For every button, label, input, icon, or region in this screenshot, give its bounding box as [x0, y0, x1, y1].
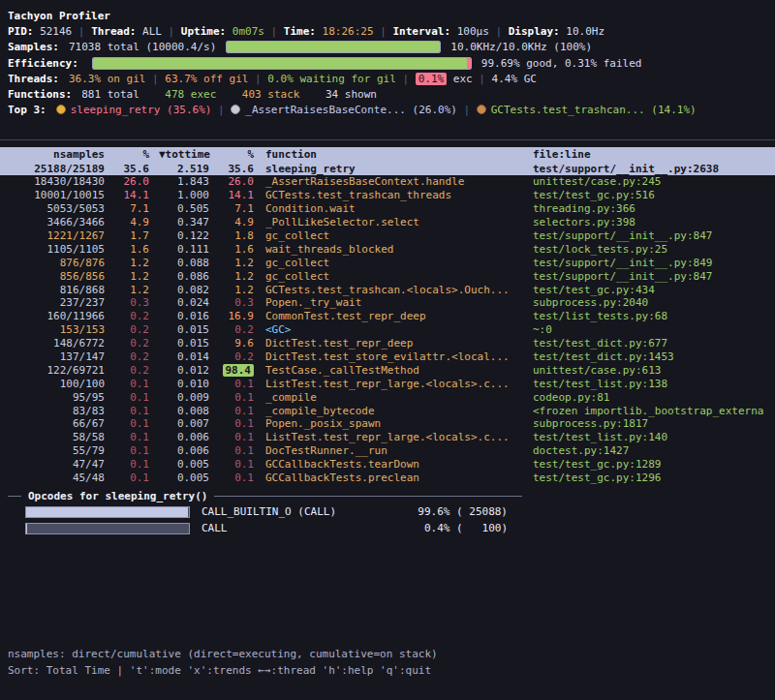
separator: | — [264, 25, 284, 38]
table-row[interactable]: 856/8561.20.0861.2gc_collecttest/support… — [0, 269, 775, 283]
table-row[interactable]: 148/67720.20.0159.6DictTest.test_repr_de… — [0, 337, 775, 350]
table-row[interactable]: 160/119660.20.01616.9CommonTest.test_rep… — [0, 310, 775, 323]
nsamples-cell: 95/95 — [6, 391, 114, 404]
pct-cumulative-cell: 0.1 — [219, 444, 264, 457]
tottime-cell: 0.111 — [159, 243, 219, 256]
spacer — [0, 118, 775, 139]
pct-cumulative-cell: 0.2 — [219, 323, 264, 336]
table-row[interactable]: 153/1530.20.0150.2<GC>~:0 — [0, 323, 775, 337]
footer: nsamples: direct/cumulative (direct=exec… — [0, 646, 775, 700]
nsamples-cell: 122/69721 — [6, 364, 114, 377]
top3-entry: GCTests.test_trashcan... (14.1%) — [477, 104, 697, 116]
table-row[interactable]: 3466/34664.90.3474.9_PollLikeSelector.se… — [0, 216, 775, 229]
pct-direct-cell: 1.2 — [114, 257, 159, 269]
tachyon-profiler-screen: Tachyon Profiler PID: 52146 | Thread: AL… — [0, 0, 775, 700]
header-pct-direct[interactable]: % — [114, 148, 159, 161]
tottime-cell: 0.086 — [159, 270, 219, 283]
pct-direct-cell: 0.1 — [114, 405, 159, 417]
function-cell: TestCase._callTestMethod — [264, 364, 533, 377]
tottime-cell: 0.009 — [159, 391, 219, 404]
nsamples-cell: 10001/10015 — [6, 189, 114, 201]
nsamples-cell: 160/11966 — [6, 310, 114, 322]
pct-direct-cell: 0.2 — [114, 364, 159, 377]
table-row[interactable]: 816/8681.20.0821.2GCTests.test_trashcan.… — [0, 283, 775, 296]
function-cell: wait_threads_blocked — [264, 243, 533, 256]
function-cell: sleeping_retry — [264, 163, 533, 175]
pct-cumulative-cell: 16.9 — [219, 310, 264, 322]
footer-legend: nsamples: direct/cumulative (direct=exec… — [8, 646, 775, 662]
function-cell: GCCallbackTests.preclean — [264, 472, 533, 484]
file-line-cell: test/support/__init__.py:847 — [533, 270, 775, 283]
function-cell: _compile — [264, 391, 533, 404]
file-line-cell: test/lock_tests.py:25 — [533, 243, 775, 256]
file-line-cell: unittest/case.py:245 — [533, 175, 775, 188]
pct-cumulative-cell: 9.6 — [219, 337, 264, 350]
pct-direct-cell: 0.2 — [114, 323, 159, 336]
function-cell: Popen._try_wait — [264, 296, 533, 309]
table-row[interactable]: 122/697210.20.01298.4TestCase._callTestM… — [0, 363, 775, 377]
function-cell: DictTest.test_store_evilattr.<local... — [264, 350, 533, 363]
table-row[interactable]: 18430/1843026.01.84326.0_AssertRaisesBas… — [0, 175, 775, 189]
function-cell: GCTests.test_trashcan_threads — [264, 189, 533, 201]
file-line-cell: threading.py:366 — [533, 202, 775, 215]
tottime-cell: 0.006 — [159, 444, 219, 457]
title-line: Tachyon Profiler — [0, 8, 775, 23]
table-row[interactable]: 58/580.10.0060.1ListTest.test_repr_large… — [0, 431, 775, 444]
nsamples-cell: 237/237 — [6, 296, 114, 309]
function-cell: gc_collect — [264, 270, 533, 283]
table-row[interactable]: 876/8761.20.0881.2gc_collecttest/support… — [0, 256, 775, 269]
header-file-line[interactable]: file:line — [533, 148, 775, 161]
pct-cumulative-cell: 26.0 — [219, 175, 264, 188]
table-row[interactable]: 137/1470.20.0140.2DictTest.test_store_ev… — [0, 350, 775, 364]
efficiency-progress-bar — [92, 57, 472, 70]
table-row[interactable]: 66/670.10.0070.1Popen._posix_spawnsubpro… — [0, 417, 775, 431]
opcode-row: CALL0.4% ( 100) — [0, 520, 775, 536]
status-line: PID: 52146 | Thread: ALL | Uptime: 0m07s… — [0, 23, 775, 39]
table-row[interactable]: 83/830.10.0080.1_compile_bytecode<frozen… — [0, 404, 775, 417]
function-cell: Condition.wait — [264, 202, 533, 215]
file-line-cell: codeop.py:81 — [533, 391, 775, 404]
nsamples-cell: 58/58 — [6, 431, 114, 443]
efficiency-summary: 99.69% good, 0.31% failed — [481, 57, 642, 70]
status-uptime: Uptime: 0m07s — [181, 25, 264, 38]
tottime-cell: 0.088 — [159, 257, 219, 269]
nsamples-cell: 66/67 — [6, 417, 114, 430]
separator: | — [473, 73, 492, 85]
nsamples-cell: 55/79 — [6, 444, 114, 457]
table-row[interactable]: 237/2370.30.0240.3Popen._try_waitsubproc… — [0, 296, 775, 310]
table-row[interactable]: 45/480.10.0050.1GCCallbackTests.preclean… — [0, 472, 775, 485]
pct-cumulative-cell: 0.1 — [219, 378, 264, 390]
file-line-cell: test/support/__init__.py:2638 — [533, 163, 775, 175]
table-row[interactable]: 95/950.10.0090.1_compilecodeop.py:81 — [0, 390, 775, 404]
header-pct-cumulative[interactable]: % — [219, 148, 264, 161]
pct-cumulative-cell: 98.4 — [219, 364, 264, 377]
tottime-cell: 0.012 — [159, 364, 219, 377]
pct-direct-cell: 4.9 — [114, 216, 159, 228]
table-row[interactable]: 5053/50537.10.5057.1Condition.waitthread… — [0, 202, 775, 216]
pct-direct-cell: 0.3 — [114, 296, 159, 309]
opcodes-title: Opcodes for sleeping_retry() — [21, 490, 214, 502]
tottime-cell: 0.005 — [159, 472, 219, 484]
opcode-row: CALL_BUILTIN_O (CALL)99.6% ( 25088) — [0, 503, 775, 520]
tottime-cell: 0.016 — [159, 310, 219, 322]
function-cell: Popen._posix_spawn — [264, 417, 533, 430]
header-function[interactable]: function — [264, 148, 533, 161]
nsamples-cell: 83/83 — [6, 405, 114, 417]
table-row[interactable]: 1221/12671.70.1221.8gc_collecttest/suppo… — [0, 229, 775, 243]
table-row[interactable]: 55/790.10.0060.1DocTestRunner.__rundocte… — [0, 444, 775, 458]
nsamples-cell: 856/856 — [6, 270, 114, 283]
tottime-cell: 0.008 — [159, 405, 219, 417]
nsamples-cell: 45/48 — [6, 472, 114, 484]
function-cell: _AssertRaisesBaseContext.handle — [264, 175, 533, 188]
table-row[interactable]: 25188/2518935.62.51935.6sleeping_retryte… — [0, 162, 775, 175]
samples-bar-fill — [227, 42, 440, 52]
table-row[interactable]: 1105/11051.60.1111.6wait_threads_blocked… — [0, 242, 775, 256]
table-row[interactable]: 100/1000.10.0100.1ListTest.test_repr_lar… — [0, 377, 775, 390]
table-row[interactable]: 10001/1001514.11.00014.1GCTests.test_tra… — [0, 189, 775, 202]
table-row[interactable]: 47/470.10.0050.1GCCallbackTests.tearDown… — [0, 458, 775, 472]
top3-entry: sleeping_retry (35.6%) — [56, 104, 212, 116]
header-tottime-sorted[interactable]: ▼tottime — [159, 148, 219, 161]
header-nsamples[interactable]: nsamples — [6, 148, 114, 161]
pct-cumulative-cell: 1.2 — [219, 284, 264, 296]
pct-direct-cell: 0.1 — [114, 391, 159, 404]
